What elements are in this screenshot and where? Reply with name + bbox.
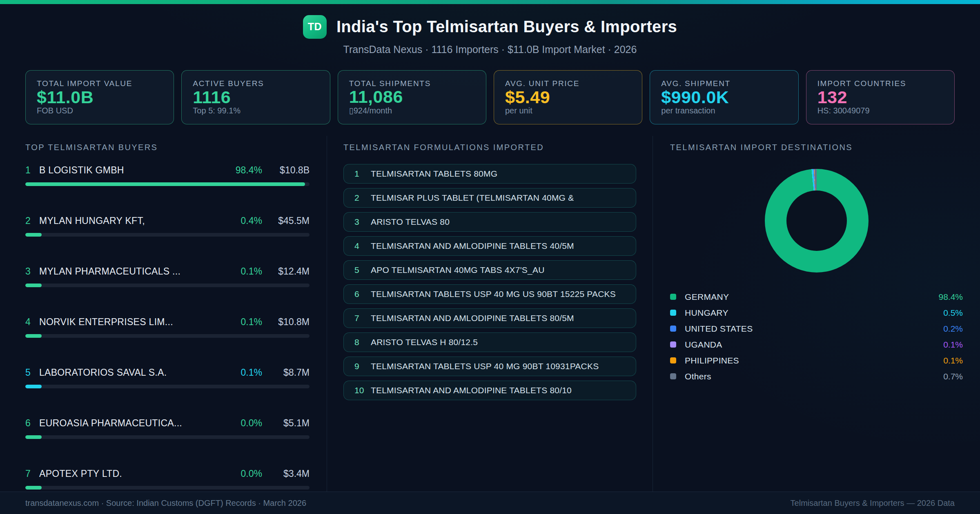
buyer-share-percent: 0.4% <box>228 215 262 227</box>
buyer-name: NORVIK ENTERPRISES LIM... <box>39 316 228 328</box>
buyer-import-value: $10.8M <box>269 316 310 328</box>
formulation-pill[interactable]: 2 TELMISAR PLUS TABLET (TELMISARTAN 40MG… <box>343 188 636 208</box>
stat-sublabel: Top 5: 99.1% <box>193 106 318 115</box>
page-subtitle: TransData Nexus · 1116 Importers · $11.0… <box>343 44 637 55</box>
stat-sublabel: HS: 30049079 <box>817 106 943 115</box>
formulation-pill[interactable]: 10 TELMISARTAN AND AMLODIPINE TABLETS 80… <box>343 381 636 400</box>
stat-label: TOTAL IMPORT VALUE <box>37 79 163 88</box>
buyer-share-percent: 0.1% <box>228 316 262 328</box>
formulation-pill[interactable]: 5 APO TELMISARTAN 40MG TABS 4X7'S_AU <box>343 260 636 280</box>
formulation-pill[interactable]: 8 ARISTO TELVAS H 80/12.5 <box>343 332 636 352</box>
formulation-number: 6 <box>354 289 371 299</box>
main-content: TOP TELMISARTAN BUYERS 1 B LOGISTIK GMBH… <box>0 136 980 492</box>
destinations-donut-chart <box>765 169 869 273</box>
legend-row[interactable]: UNITED STATES 0.2% <box>670 321 963 337</box>
buyer-share-percent: 0.0% <box>228 417 262 429</box>
page-title: India's Top Telmisartan Buyers & Importe… <box>336 18 677 36</box>
stat-card[interactable]: IMPORT COUNTRIES 132 HS: 30049079 <box>806 70 955 124</box>
buyer-progress-fill <box>25 385 42 388</box>
legend-country-label: UGANDA <box>685 340 722 350</box>
buyer-import-value: $12.4M <box>269 265 310 277</box>
buyers-column: TOP TELMISARTAN BUYERS 1 B LOGISTIK GMBH… <box>0 136 327 492</box>
legend-percent-value: 0.1% <box>943 340 963 350</box>
buyer-import-value: $8.7M <box>269 366 310 379</box>
formulation-pill[interactable]: 1 TELMISARTAN TABLETS 80MG <box>343 164 636 184</box>
stat-card[interactable]: ACTIVE BUYERS 1116 Top 5: 99.1% <box>181 70 330 124</box>
buyer-row[interactable]: 3 MYLAN PHARMACEUTICALS ... 0.1% $12.4M <box>25 265 310 287</box>
buyer-row[interactable]: 6 EUROASIA PHARMACEUTICA... 0.0% $5.1M <box>25 417 310 439</box>
footer-source-text: transdatanexus.com · Source: Indian Cust… <box>25 498 306 508</box>
buyer-import-value: $45.5M <box>269 215 310 227</box>
buyer-progress-fill <box>25 486 42 490</box>
buyer-row[interactable]: 2 MYLAN HUNGARY KFT, 0.4% $45.5M <box>25 215 310 237</box>
formulation-number: 1 <box>354 169 371 179</box>
formulation-pill[interactable]: 6 TELMISARTAN TABLETS USP 40 MG US 90BT … <box>343 284 636 304</box>
legend-percent-value: 0.7% <box>943 372 963 381</box>
stat-label: IMPORT COUNTRIES <box>817 79 943 88</box>
formulation-number: 9 <box>354 361 371 371</box>
legend-row[interactable]: HUNGARY 0.5% <box>670 305 963 321</box>
formulation-name: TELMISARTAN TABLETS USP 40 MG 90BT 10931… <box>371 361 599 371</box>
buyer-rank: 4 <box>25 316 39 328</box>
legend-row[interactable]: UGANDA 0.1% <box>670 337 963 352</box>
buyer-rank: 1 <box>25 164 39 176</box>
buyer-progress-track <box>25 486 310 490</box>
stat-value: $11.0B <box>37 89 163 106</box>
buyer-rank: 3 <box>25 265 39 277</box>
top-accent-bar <box>0 0 980 4</box>
buyer-progress-fill <box>25 435 42 439</box>
formulation-name: TELMISARTAN AND AMLODIPINE TABLETS 40/5M <box>371 241 574 251</box>
buyers-list: 1 B LOGISTIK GMBH 98.4% $10.8B 2 MYLAN H… <box>25 164 310 490</box>
stat-card[interactable]: AVG. UNIT PRICE $5.49 per unit <box>494 70 642 124</box>
legend-row[interactable]: Others 0.7% <box>670 368 963 384</box>
legend-color-swatch <box>670 294 676 300</box>
buyer-rank: 2 <box>25 215 39 227</box>
buyer-row[interactable]: 7 APOTEX PTY LTD. 0.0% $3.4M <box>25 467 310 490</box>
formulations-list: 1 TELMISARTAN TABLETS 80MG 2 TELMISAR PL… <box>343 164 636 400</box>
stat-sublabel: FOB USD <box>37 106 163 115</box>
stat-card[interactable]: AVG. SHIPMENT $990.0K per transaction <box>650 70 798 124</box>
formulation-pill[interactable]: 3 ARISTO TELVAS 80 <box>343 212 636 232</box>
destinations-column: TELMISARTAN IMPORT DESTINATIONS GERMANY … <box>653 136 980 492</box>
buyer-progress-fill <box>25 334 42 338</box>
legend-country-label: UNITED STATES <box>685 324 753 334</box>
formulation-name: TELMISARTAN TABLETS USP 40 MG US 90BT 15… <box>371 289 616 299</box>
legend-row[interactable]: PHILIPPINES 0.1% <box>670 352 963 368</box>
buyer-rank: 6 <box>25 417 39 429</box>
buyer-row[interactable]: 4 NORVIK ENTERPRISES LIM... 0.1% $10.8M <box>25 316 310 338</box>
buyer-rank: 7 <box>25 467 39 480</box>
stat-card-row: TOTAL IMPORT VALUE $11.0B FOB USD ACTIVE… <box>0 70 980 124</box>
buyer-name: MYLAN PHARMACEUTICALS ... <box>39 265 228 277</box>
stat-label: AVG. UNIT PRICE <box>505 79 631 88</box>
formulation-pill[interactable]: 9 TELMISARTAN TABLETS USP 40 MG 90BT 109… <box>343 357 636 376</box>
formulation-number: 2 <box>354 193 371 203</box>
buyer-progress-track <box>25 233 310 237</box>
page-footer: transdatanexus.com · Source: Indian Cust… <box>0 492 980 514</box>
formulation-pill[interactable]: 7 TELMISARTAN AND AMLODIPINE TABLETS 80/… <box>343 308 636 328</box>
formulations-column: TELMISARTAN FORMULATIONS IMPORTED 1 TELM… <box>327 136 653 492</box>
buyer-progress-fill <box>25 233 42 237</box>
buyer-import-value: $3.4M <box>269 467 310 480</box>
legend-percent-value: 0.1% <box>943 356 963 366</box>
formulation-name: TELMISARTAN AND AMLODIPINE TABLETS 80/10 <box>371 386 572 395</box>
buyer-row[interactable]: 1 B LOGISTIK GMBH 98.4% $10.8B <box>25 164 310 186</box>
stat-card[interactable]: TOTAL SHIPMENTS 11,086 ▯924/month <box>338 70 486 124</box>
formulations-section-title: TELMISARTAN FORMULATIONS IMPORTED <box>343 143 636 152</box>
legend-country-label: Others <box>685 372 711 381</box>
stat-label: ACTIVE BUYERS <box>193 79 318 88</box>
legend-percent-value: 98.4% <box>938 292 963 302</box>
formulation-name: TELMISAR PLUS TABLET (TELMISARTAN 40MG & <box>371 193 574 203</box>
stat-card[interactable]: TOTAL IMPORT VALUE $11.0B FOB USD <box>25 70 174 124</box>
formulation-number: 5 <box>354 265 371 275</box>
destinations-section-title: TELMISARTAN IMPORT DESTINATIONS <box>670 143 963 152</box>
formulation-pill[interactable]: 4 TELMISARTAN AND AMLODIPINE TABLETS 40/… <box>343 236 636 256</box>
legend-row[interactable]: GERMANY 98.4% <box>670 289 963 305</box>
buyer-row[interactable]: 5 LABORATORIOS SAVAL S.A. 0.1% $8.7M <box>25 366 310 388</box>
buyer-share-percent: 0.0% <box>228 467 262 480</box>
stat-label: AVG. SHIPMENT <box>661 79 787 88</box>
legend-color-swatch <box>670 357 676 363</box>
stat-value: $5.49 <box>505 89 631 106</box>
formulation-name: ARISTO TELVAS 80 <box>371 217 450 227</box>
buyer-import-value: $5.1M <box>269 417 310 429</box>
buyer-share-percent: 0.1% <box>228 366 262 379</box>
